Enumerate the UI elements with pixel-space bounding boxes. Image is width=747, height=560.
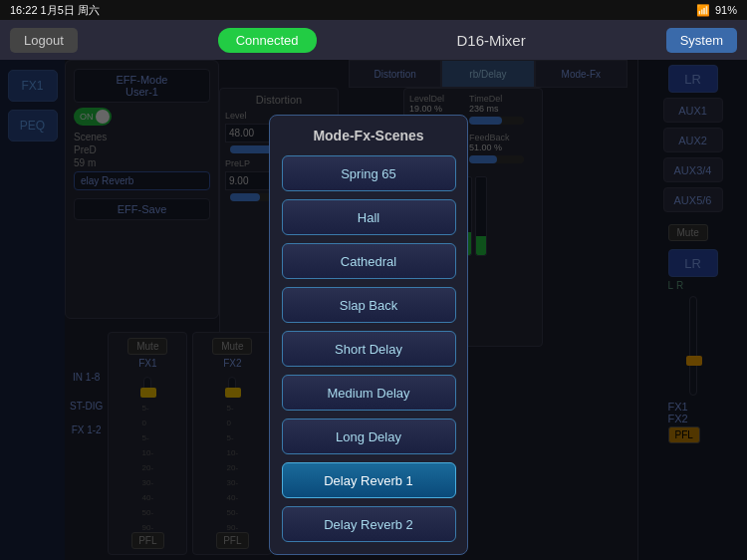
scene-spring65[interactable]: Spring 65 [282,155,456,191]
scene-delay-reverb2[interactable]: Delay Reverb 2 [282,506,456,542]
status-bar: 16:22 1月5日 周六 📶 91% [0,0,747,20]
status-time: 16:22 1月5日 周六 [10,3,100,18]
modal-overlay[interactable]: Mode-Fx-Scenes Spring 65 Hall Cathedral … [0,60,747,560]
modal-title: Mode-Fx-Scenes [313,128,423,143]
scene-medium-delay[interactable]: Medium Delay [282,375,456,411]
logout-button[interactable]: Logout [10,28,78,53]
time-display: 16:22 1月5日 周六 [10,3,100,18]
status-icons: 📶 91% [696,4,737,17]
app-title: D16-Mixer [457,32,526,49]
scene-cathedral[interactable]: Cathedral [282,243,456,279]
main-content: FX1 PEQ EFF-Mode User-1 ON Scenes PreD 5… [0,60,747,560]
system-button[interactable]: System [666,28,737,53]
top-bar: Logout Connected D16-Mixer System [0,20,747,60]
scene-slapback[interactable]: Slap Back [282,287,456,323]
mode-fx-scenes-modal: Mode-Fx-Scenes Spring 65 Hall Cathedral … [269,115,468,555]
scene-hall[interactable]: Hall [282,199,456,235]
scene-delay-reverb1[interactable]: Delay Reverb 1 [282,462,456,498]
battery-display: 91% [715,4,737,16]
wifi-icon: 📶 [696,4,710,17]
scene-short-delay[interactable]: Short Delay [282,331,456,367]
connected-button[interactable]: Connected [218,28,317,53]
scene-long-delay[interactable]: Long Delay [282,419,456,454]
